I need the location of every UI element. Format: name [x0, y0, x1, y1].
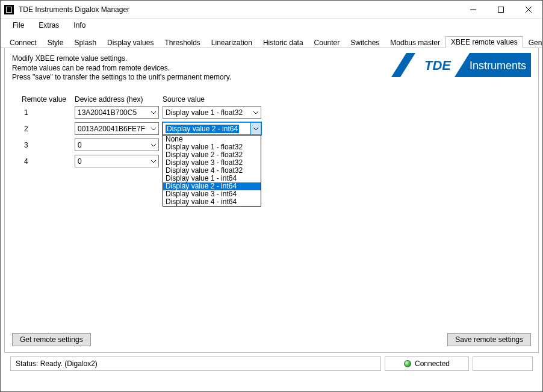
svg-rect-1: [498, 7, 504, 12]
tab-connect[interactable]: Connect: [4, 37, 42, 48]
tab-thresholds[interactable]: Thresholds: [159, 37, 205, 48]
row-2-source-value: Display value 2 - int64: [166, 125, 239, 133]
statusbar: Status: Ready. (Digalox2) Connected: [10, 356, 533, 371]
status-text: Status: Ready. (Digalox2): [16, 359, 98, 368]
tab-linearization[interactable]: Linearization: [206, 37, 258, 48]
svg-text:TDE: TDE: [424, 58, 451, 73]
tab-style[interactable]: Style: [42, 37, 69, 48]
chevron-down-icon: [148, 139, 158, 151]
tab-display-values[interactable]: Display values: [102, 37, 159, 48]
row-1-number: 1: [24, 108, 36, 117]
tab-counter[interactable]: Counter: [309, 37, 346, 48]
connection-status-box: Connected: [385, 356, 469, 371]
close-button[interactable]: [515, 1, 542, 19]
maximize-button[interactable]: [487, 1, 515, 19]
chevron-down-icon: [148, 155, 158, 167]
status-text-box: Status: Ready. (Digalox2): [10, 356, 381, 371]
tab-switches[interactable]: Switches: [345, 37, 385, 48]
row-4-address-combo[interactable]: 0: [75, 155, 159, 167]
minimize-button[interactable]: [459, 1, 487, 19]
chevron-down-icon: [148, 123, 158, 134]
source-value-dropdown[interactable]: None Display value 1 - float32 Display v…: [163, 135, 261, 207]
titlebar: TDE Instruments Digalox Manager: [1, 1, 542, 19]
row-1-address-combo[interactable]: 13A20041B700C5: [75, 106, 159, 119]
row-2-address-combo[interactable]: 0013A20041B6FE7F: [75, 122, 159, 135]
svg-text:Instruments: Instruments: [470, 60, 526, 72]
row-4-number: 4: [24, 157, 36, 166]
row-2-address-value: 0013A20041B6FE7F: [78, 125, 145, 133]
row-1-address-value: 13A20041B700C5: [78, 108, 137, 117]
row-3-address-combo[interactable]: 0: [75, 138, 159, 151]
menu-info[interactable]: Info: [66, 20, 93, 31]
save-remote-settings-button[interactable]: Save remote settings: [447, 333, 531, 346]
header-device-address: Device address (hex): [75, 95, 143, 104]
tabbar: Connect Style Splash Display values Thre…: [1, 36, 542, 48]
row-2-number: 2: [24, 125, 36, 133]
app-icon: [4, 5, 14, 14]
tab-xbee-remote-values[interactable]: XBEE remote values: [445, 36, 523, 48]
chevron-down-icon: [250, 107, 261, 118]
chevron-down-icon: [148, 107, 158, 118]
bottom-button-row: Get remote settings Save remote settings: [12, 333, 531, 346]
menubar: File Extras Info: [1, 19, 542, 32]
tab-historic-data[interactable]: Historic data: [258, 37, 309, 48]
row-3-number: 3: [24, 141, 36, 149]
status-empty-box: [473, 356, 533, 371]
brand-logo: TDE Instruments: [391, 53, 531, 79]
row-2-source-combo[interactable]: Display value 2 - int64: [163, 122, 261, 135]
tab-content: Modify XBEE remote value settings. Remot…: [4, 48, 539, 353]
header-source-value: Source value: [163, 95, 205, 104]
connection-indicator-icon: [404, 360, 411, 367]
get-remote-settings-button[interactable]: Get remote settings: [12, 333, 91, 346]
tab-general[interactable]: General: [523, 37, 543, 48]
menu-extras[interactable]: Extras: [31, 20, 66, 31]
window-title: TDE Instruments Digalox Manager: [19, 5, 129, 14]
tab-splash[interactable]: Splash: [69, 37, 102, 48]
option-dv4-int64[interactable]: Display value 4 - int64: [163, 198, 261, 206]
connection-status-label: Connected: [415, 359, 450, 368]
chevron-down-icon: [250, 123, 261, 134]
row-4-address-value: 0: [78, 157, 82, 166]
row-1-source-combo[interactable]: Display value 1 - float32: [163, 106, 261, 119]
row-1-source-value: Display value 1 - float32: [166, 108, 243, 117]
tab-modbus-master[interactable]: Modbus master: [385, 37, 445, 48]
menu-file[interactable]: File: [5, 20, 31, 31]
row-3-address-value: 0: [78, 141, 82, 149]
header-remote-value: Remote value: [22, 95, 66, 104]
